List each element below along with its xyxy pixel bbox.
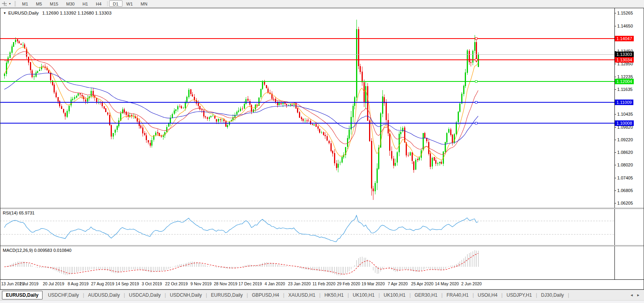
chart-tab-usdcnh-daily[interactable]: USDCNH,Daily [166, 291, 205, 299]
tab-divider: | [379, 292, 380, 298]
tab-divider: | [409, 292, 410, 298]
macd-pane[interactable]: MACD(12,26,9) 0.009583 0.010840 0.013121… [0, 246, 644, 279]
timeframe-button-w1[interactable]: W1 [122, 0, 137, 7]
timeframe-button-h4[interactable]: H4 [92, 0, 105, 7]
chart-window: ▼EURUSD,Daily1.12690 1.13392 1.12680 1.1… [0, 8, 644, 290]
pane-splitter[interactable] [0, 208, 644, 209]
rsi-label: RSI(14) 65.9731 [3, 211, 35, 215]
timeframe-button-d1[interactable]: D1 [109, 0, 122, 7]
tab-divider: | [536, 292, 537, 298]
price-tag-1.12004: 1.12004 [615, 79, 634, 84]
date-tick-label[interactable]: 8 Aug 2019 [68, 281, 89, 286]
date-tick-label[interactable]: 17 Dec 2019 [238, 281, 262, 286]
date-tick-label[interactable]: 25 Apr 2020 [411, 281, 434, 286]
price-tag-1.11009: 1.11009 [615, 100, 633, 105]
crosshair-tool-icon[interactable] [2, 1, 7, 6]
rsi-pane[interactable]: RSI(14) 65.9731 10070300 [0, 209, 644, 245]
price-tick-label: 1.10435 [617, 112, 633, 116]
tab-divider: | [473, 292, 474, 298]
price-tick-label: 1.08620 [617, 150, 633, 155]
price-tick-mark [614, 77, 616, 77]
chart-tab-ger30-h1[interactable]: GER30,H1 [411, 291, 441, 299]
chart-tab-gbpusd-h4[interactable]: GBPUSD,H4 [248, 291, 282, 299]
rsi-plot [0, 209, 614, 245]
date-tick-label[interactable]: 7 Apr 2020 [388, 281, 408, 286]
date-tick-label[interactable]: 28 Nov 2019 [214, 281, 238, 286]
date-tick-label[interactable]: 14 May 2020 [435, 281, 459, 286]
date-tick-label[interactable]: 2 Jun 2020 [461, 281, 482, 286]
timeframe-buttons: M1M5M15M30H1H4D1W1MN [18, 0, 151, 7]
timeframe-button-m15[interactable]: M15 [46, 0, 62, 7]
chart-tab-audusd-daily[interactable]: AUDUSD,Daily [85, 291, 124, 299]
chart-tab-hk50-h1[interactable]: HK50,H1 [321, 291, 347, 299]
date-tick-label[interactable]: 2 Jul 2019 [19, 281, 38, 286]
price-tick-mark [614, 203, 616, 203]
price-tick-mark [614, 127, 616, 127]
chart-tab-usdcad-daily[interactable]: USDCAD,Daily [125, 291, 164, 299]
price-tag-1.13034: 1.13034 [615, 57, 634, 63]
tab-scroll-controls: ◄► [630, 293, 640, 297]
tab-scroll-right-icon[interactable]: ► [637, 293, 640, 297]
current-price-tag: 1.13303 [615, 52, 634, 57]
toolbar-grip-handle[interactable] [15, 1, 16, 6]
top-toolbar: ▾ M1M5M15M30H1H4D1W1MN [0, 0, 644, 7]
tab-divider: | [347, 292, 349, 298]
date-tick-label[interactable]: 19 Mar 2020 [362, 281, 385, 286]
timeframe-button-m1[interactable]: M1 [18, 0, 32, 7]
timeframe-button-mn[interactable]: MN [137, 0, 151, 7]
timeframe-button-m30[interactable]: M30 [62, 0, 78, 7]
tab-divider: | [165, 292, 166, 298]
chart-tab-uk100-h1[interactable]: UK100,H1 [349, 291, 378, 299]
chart-tab-bar: EURUSD,DailyUSDCHF,Daily|AUDUSD,Daily|US… [0, 290, 644, 300]
chart-title: ▼EURUSD,Daily1.12690 1.13392 1.12680 1.1… [3, 11, 111, 15]
price-tick-mark [614, 190, 616, 191]
price-tick-label: 1.07405 [617, 176, 633, 180]
date-tick-label[interactable]: 23 Jan 2020 [288, 281, 311, 286]
price-tick-label: 1.06805 [617, 188, 633, 193]
chart-tab-eurusd-daily[interactable]: EURUSD,Daily [2, 291, 43, 299]
candlestick-plot[interactable] [0, 8, 614, 208]
price-tick-label: 1.15265 [617, 11, 633, 15]
price-tick-label: 1.12235 [617, 74, 633, 79]
tool-dropdown-caret-icon[interactable]: ▾ [9, 2, 11, 6]
chart-tab-usoil-h4[interactable]: USOil,H4 [474, 291, 501, 299]
tab-divider: | [319, 292, 321, 298]
price-tick-label: 1.09220 [617, 137, 633, 142]
chart-symbol-period: EURUSD,Daily [8, 11, 39, 15]
tab-divider: | [501, 292, 503, 298]
tab-scroll-left-icon[interactable]: ◄ [630, 293, 633, 297]
price-tag-1.14047: 1.14047 [615, 36, 634, 41]
tab-divider: | [206, 292, 207, 298]
timeframe-button-h1[interactable]: H1 [78, 0, 92, 7]
price-tick-mark [614, 64, 616, 64]
date-tick-label[interactable]: 20 Jul 2019 [43, 281, 64, 286]
chart-tab-uk100-h1[interactable]: UK100,H1 [380, 291, 409, 299]
date-tick-label[interactable]: 29 Feb 2020 [337, 281, 360, 286]
status-strip [0, 300, 644, 303]
price-tick-mark [614, 140, 616, 140]
price-tick-mark [614, 152, 616, 153]
date-tick-label[interactable]: 14 Sep 2019 [115, 281, 139, 286]
date-tick-label[interactable]: 27 Aug 2019 [91, 281, 114, 286]
date-tick-label[interactable]: 3 Oct 2019 [142, 281, 162, 286]
price-tag-1.10008: 1.10008 [615, 120, 634, 126]
date-tick-label[interactable]: 9 Nov 2019 [191, 281, 212, 286]
chart-ohlc-values: 1.12690 1.13392 1.12680 1.13303 [42, 11, 111, 15]
price-tick-mark [614, 165, 616, 165]
chart-tab-usdjpy-h1[interactable]: USDJPY,H1 [503, 291, 535, 299]
chart-tab-dj30-daily[interactable]: DJ30,Daily [538, 291, 568, 299]
chart-tab-fra40-h1[interactable]: FRA40,H1 [443, 291, 472, 299]
pane-splitter[interactable] [0, 245, 644, 246]
date-tick-label[interactable]: 4 Jan 2020 [265, 281, 285, 286]
chart-collapse-caret-icon[interactable]: ▼ [3, 11, 6, 15]
timeframe-button-m5[interactable]: M5 [32, 0, 46, 7]
price-tick-mark [614, 13, 616, 13]
date-tick-label[interactable]: 22 Oct 2019 [165, 281, 187, 286]
chart-tab-xauusd-h1[interactable]: XAUUSD,H1 [285, 291, 319, 299]
chart-tab-usdchf-daily[interactable]: USDCHF,Daily [45, 291, 83, 299]
toolbar-separator [107, 1, 108, 6]
date-axis[interactable]: 13 Jun 20192 Jul 201920 Jul 20198 Aug 20… [0, 280, 644, 289]
date-tick-label[interactable]: 11 Feb 2020 [312, 281, 335, 286]
price-chart-pane[interactable]: ▼EURUSD,Daily1.12690 1.13392 1.12680 1.1… [0, 8, 644, 208]
chart-tab-eurusd-daily[interactable]: EURUSD,Daily [208, 291, 247, 299]
